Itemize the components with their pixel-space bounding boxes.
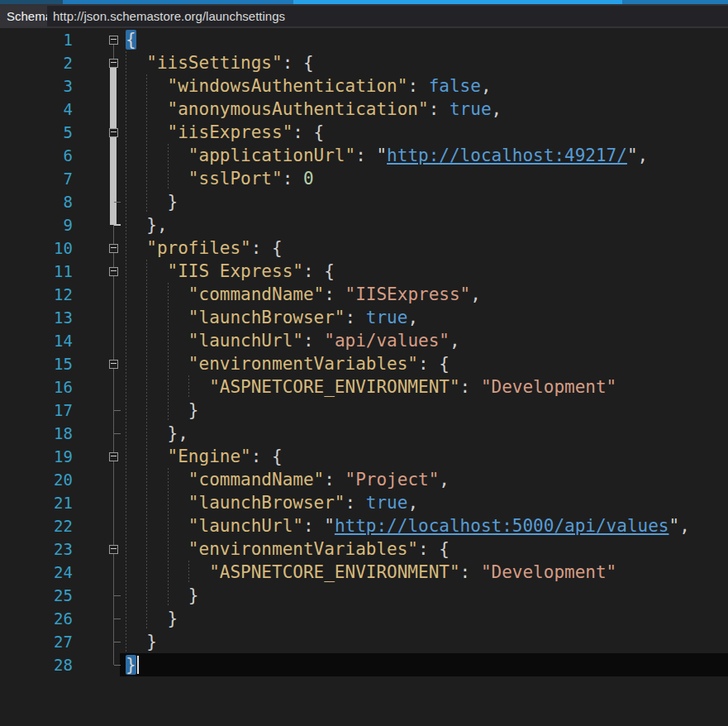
line-number[interactable]: 4 <box>0 98 73 121</box>
code-line[interactable]: 25 } <box>0 584 728 607</box>
code-text[interactable]: "launchBrowser": true, <box>126 491 418 514</box>
fold-region-end <box>114 433 121 434</box>
line-number[interactable]: 1 <box>0 28 73 51</box>
code-lines: 1{2 "iisSettings": {3 "windowsAuthentica… <box>0 28 728 676</box>
code-text[interactable]: "iisExpress": { <box>126 121 324 144</box>
line-number[interactable]: 16 <box>0 375 73 399</box>
line-number[interactable]: 5 <box>0 121 73 144</box>
code-text[interactable]: "sslPort": 0 <box>126 167 314 190</box>
code-text[interactable]: "commandName": "Project", <box>126 468 450 491</box>
code-line[interactable]: 26 } <box>0 607 728 630</box>
fold-region-end <box>114 665 121 666</box>
code-text[interactable]: }, <box>126 213 168 236</box>
code-text[interactable]: "Engine": { <box>126 445 283 468</box>
code-text[interactable]: "launchUrl": "api/values", <box>126 329 460 352</box>
fold-collapse-button[interactable] <box>109 267 118 276</box>
code-line[interactable]: 17 } <box>0 399 728 422</box>
line-number[interactable]: 20 <box>0 468 73 491</box>
code-text[interactable]: } <box>126 190 178 213</box>
line-number[interactable]: 24 <box>0 561 73 584</box>
code-line[interactable]: 13 "launchBrowser": true, <box>0 306 728 329</box>
line-number[interactable]: 19 <box>0 445 73 468</box>
code-text[interactable]: } <box>126 630 157 653</box>
fold-line <box>113 283 114 306</box>
code-line[interactable]: 28} <box>0 653 728 676</box>
code-text[interactable]: { <box>126 28 136 51</box>
code-line[interactable]: 1{ <box>0 28 728 51</box>
code-line[interactable]: 22 "launchUrl": "http://localhost:5000/a… <box>0 514 728 537</box>
code-line[interactable]: 12 "commandName": "IISExpress", <box>0 283 728 306</box>
code-line[interactable]: 6 "applicationUrl": "http://localhost:49… <box>0 144 728 167</box>
code-text[interactable]: "IIS Express": { <box>126 260 335 283</box>
code-text[interactable]: "windowsAuthentication": false, <box>126 74 492 98</box>
code-text[interactable]: } <box>126 584 199 607</box>
line-number[interactable]: 27 <box>0 630 73 653</box>
line-number[interactable]: 23 <box>0 537 73 561</box>
line-number[interactable]: 22 <box>0 514 73 537</box>
line-number[interactable]: 6 <box>0 144 73 167</box>
fold-region-end <box>114 202 121 203</box>
code-line[interactable]: 4 "anonymousAuthentication": true, <box>0 98 728 121</box>
code-line[interactable]: 27 } <box>0 630 728 653</box>
fold-collapse-button[interactable] <box>109 452 118 461</box>
line-number[interactable]: 11 <box>0 260 73 283</box>
line-number[interactable]: 25 <box>0 584 73 607</box>
line-number[interactable]: 15 <box>0 352 73 375</box>
fold-collapse-button[interactable] <box>109 545 118 554</box>
code-line[interactable]: 15 "environmentVariables": { <box>0 352 728 375</box>
code-text[interactable]: "anonymousAuthentication": true, <box>126 98 502 121</box>
code-text[interactable]: }, <box>126 422 188 445</box>
line-number[interactable]: 21 <box>0 491 73 514</box>
line-number[interactable]: 18 <box>0 422 73 445</box>
code-line[interactable]: 18 }, <box>0 422 728 445</box>
schema-toolbar: Schema: http://json.schemastore.org/laun… <box>0 4 728 28</box>
line-number[interactable]: 28 <box>0 653 73 676</box>
code-line[interactable]: 24 "ASPNETCORE_ENVIRONMENT": "Developmen… <box>0 561 728 584</box>
code-text[interactable]: "applicationUrl": "http://localhost:4921… <box>126 144 648 167</box>
line-number[interactable]: 12 <box>0 283 73 306</box>
code-line[interactable]: 23 "environmentVariables": { <box>0 537 728 561</box>
line-number[interactable]: 13 <box>0 306 73 329</box>
code-text[interactable]: "profiles": { <box>126 236 283 260</box>
fold-collapse-button[interactable] <box>109 36 118 45</box>
line-number[interactable]: 10 <box>0 236 73 260</box>
line-number[interactable]: 26 <box>0 607 73 630</box>
line-number[interactable]: 2 <box>0 51 73 74</box>
line-number[interactable]: 17 <box>0 399 73 422</box>
code-line[interactable]: 19 "Engine": { <box>0 445 728 468</box>
code-editor[interactable]: 1{2 "iisSettings": {3 "windowsAuthentica… <box>0 28 728 726</box>
code-line[interactable]: 14 "launchUrl": "api/values", <box>0 329 728 352</box>
code-line[interactable]: 9 }, <box>0 213 728 236</box>
line-number[interactable]: 3 <box>0 74 73 98</box>
code-line[interactable]: 5 "iisExpress": { <box>0 121 728 144</box>
code-text[interactable]: "ASPNETCORE_ENVIRONMENT": "Development" <box>126 561 616 584</box>
fold-collapse-button[interactable] <box>109 59 118 68</box>
code-line[interactable]: 11 "IIS Express": { <box>0 260 728 283</box>
fold-collapse-button[interactable] <box>109 128 118 137</box>
code-line[interactable]: 2 "iisSettings": { <box>0 51 728 74</box>
line-number[interactable]: 7 <box>0 167 73 190</box>
line-number[interactable]: 8 <box>0 190 73 213</box>
code-text[interactable]: "launchBrowser": true, <box>126 306 418 329</box>
code-line[interactable]: 7 "sslPort": 0 <box>0 167 728 190</box>
code-text[interactable]: } <box>126 607 178 630</box>
code-line[interactable]: 10 "profiles": { <box>0 236 728 260</box>
schema-combobox[interactable]: http://json.schemastore.org/launchsettin… <box>47 6 728 26</box>
code-line[interactable]: 3 "windowsAuthentication": false, <box>0 74 728 98</box>
code-line[interactable]: 8 } <box>0 190 728 213</box>
code-line[interactable]: 21 "launchBrowser": true, <box>0 491 728 514</box>
code-text[interactable]: } <box>126 399 199 422</box>
line-number[interactable]: 14 <box>0 329 73 352</box>
code-text[interactable]: "ASPNETCORE_ENVIRONMENT": "Development" <box>126 375 616 399</box>
code-text[interactable]: "launchUrl": "http://localhost:5000/api/… <box>126 514 690 537</box>
code-text[interactable]: "iisSettings": { <box>126 51 314 74</box>
code-text[interactable]: "environmentVariables": { <box>126 537 450 561</box>
fold-collapse-button[interactable] <box>109 244 118 253</box>
code-line[interactable]: 20 "commandName": "Project", <box>0 468 728 491</box>
code-text[interactable]: } <box>126 653 136 676</box>
code-line[interactable]: 16 "ASPNETCORE_ENVIRONMENT": "Developmen… <box>0 375 728 399</box>
code-text[interactable]: "commandName": "IISExpress", <box>126 283 481 306</box>
code-text[interactable]: "environmentVariables": { <box>126 352 450 375</box>
fold-collapse-button[interactable] <box>109 360 118 369</box>
line-number[interactable]: 9 <box>0 213 73 236</box>
